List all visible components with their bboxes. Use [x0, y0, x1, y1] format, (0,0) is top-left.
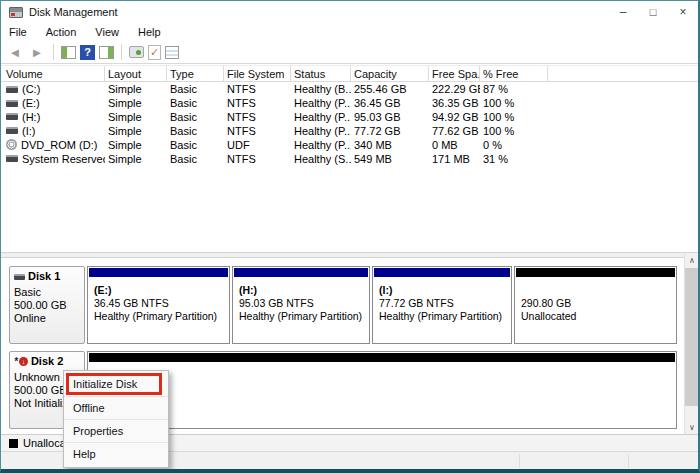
- show-console-tree-icon[interactable]: [61, 46, 76, 59]
- scroll-down-icon[interactable]: ∨: [685, 420, 699, 434]
- volume-pct-free: 100 %: [480, 125, 548, 137]
- partition[interactable]: (I:) 77.72 GB NTFS Healthy (Primary Part…: [372, 266, 512, 344]
- disk-1-size: 500.00 GB: [14, 299, 84, 312]
- context-menu-item[interactable]: Offline: [64, 396, 168, 419]
- volume-capacity: 549 MB: [351, 153, 429, 165]
- partition-label: (I:): [379, 284, 511, 297]
- scroll-up-icon[interactable]: ∧: [685, 253, 699, 267]
- toolbar-separator[interactable]: [121, 44, 122, 60]
- volume-pct-free: 100 %: [480, 111, 548, 123]
- partition-color-bar: [234, 268, 368, 277]
- volume-free-space: 171 MB: [429, 153, 480, 165]
- volume-name: (C:): [22, 83, 40, 95]
- volume-row[interactable]: (E:) Simple Basic NTFS Healthy (P... 36.…: [1, 96, 698, 110]
- volume-file-system: NTFS: [224, 111, 291, 123]
- volume-layout: Simple: [105, 139, 167, 151]
- show-action-pane-icon[interactable]: [99, 46, 114, 59]
- volume-type: Basic: [167, 139, 224, 151]
- disk-not-initialized-icon: [14, 355, 28, 368]
- help-icon[interactable]: [80, 45, 95, 60]
- maximize-icon[interactable]: □: [638, 1, 668, 23]
- volume-capacity: 36.45 GB: [351, 97, 429, 109]
- rescan-disks-icon[interactable]: [148, 45, 161, 60]
- column-header[interactable]: File System: [224, 66, 291, 81]
- volume-row[interactable]: DVD_ROM (D:) Simple Basic UDF Healthy (P…: [1, 138, 698, 152]
- volume-capacity: 255.46 GB: [351, 83, 429, 95]
- forward-icon[interactable]: [28, 44, 46, 61]
- volume-layout: Simple: [105, 83, 167, 95]
- volume-row[interactable]: (I:) Simple Basic NTFS Healthy (P... 77.…: [1, 124, 698, 138]
- volume-type: Basic: [167, 125, 224, 137]
- volume-file-system: NTFS: [224, 125, 291, 137]
- volume-row[interactable]: (H:) Simple Basic NTFS Healthy (P... 95.…: [1, 110, 698, 124]
- volume-list-header: Volume Layout Type File System Status Ca…: [1, 65, 698, 82]
- volume-file-system: NTFS: [224, 153, 291, 165]
- window-title: Disk Management: [29, 6, 118, 18]
- volume-row[interactable]: System Reserved Simple Basic NTFS Health…: [1, 152, 698, 166]
- volume-pct-free: 0 %: [480, 139, 548, 151]
- menu-item[interactable]: Action: [46, 26, 77, 38]
- minimize-icon[interactable]: –: [608, 1, 638, 23]
- partition-size: 290.80 GB: [521, 297, 676, 310]
- disk-context-menu: Initialize Disk Offline Properties Help: [63, 370, 169, 468]
- partition-color-bar: [516, 268, 675, 277]
- context-menu-item-label: Properties: [73, 425, 123, 437]
- scroll-thumb[interactable]: [685, 268, 699, 406]
- partition[interactable]: (E:) 36.45 GB NTFS Healthy (Primary Part…: [87, 266, 230, 344]
- partition-status: Healthy (Primary Partition): [94, 310, 229, 323]
- volume-file-system: NTFS: [224, 97, 291, 109]
- disk-view-icon[interactable]: [129, 46, 144, 58]
- column-header[interactable]: Volume: [5, 66, 105, 81]
- context-menu-item-label: Initialize Disk: [73, 378, 137, 390]
- volume-layout: Simple: [105, 97, 167, 109]
- partition-status: Healthy (Primary Partition): [379, 310, 511, 323]
- volume-name: (H:): [22, 111, 40, 123]
- window-controls: – □ ×: [608, 1, 698, 23]
- volume-status: Healthy (P...: [291, 125, 351, 137]
- volume-type: Basic: [167, 97, 224, 109]
- volume-name: System Reserved: [22, 153, 105, 165]
- disk-2-name: Disk 2: [31, 355, 63, 368]
- context-menu-item[interactable]: Initialize Disk: [64, 373, 168, 396]
- disk-1-partitions: (E:) 36.45 GB NTFS Healthy (Primary Part…: [87, 266, 677, 344]
- volume-status: Healthy (B...: [291, 83, 351, 95]
- partition[interactable]: (H:) 95.03 GB NTFS Healthy (Primary Part…: [232, 266, 370, 344]
- column-header[interactable]: Capacity: [351, 66, 429, 81]
- menu-item[interactable]: Help: [138, 26, 161, 38]
- disk-management-window: Disk Management – □ × File Action View H…: [0, 0, 700, 473]
- volume-name: (I:): [22, 125, 35, 137]
- volume-row[interactable]: (C:) Simple Basic NTFS Healthy (B... 255…: [1, 82, 698, 96]
- volume-type: Basic: [167, 111, 224, 123]
- volume-pct-free: 31 %: [480, 153, 548, 165]
- graph-scrollbar[interactable]: ∧ ∨: [684, 253, 699, 434]
- title-bar: Disk Management – □ ×: [1, 1, 698, 23]
- menu-item[interactable]: File: [9, 26, 27, 38]
- back-icon[interactable]: [6, 44, 24, 61]
- partition-unallocated[interactable]: [87, 351, 677, 429]
- context-menu-item[interactable]: Properties: [64, 419, 168, 442]
- menu-item[interactable]: View: [95, 26, 119, 38]
- volume-capacity: 340 MB: [351, 139, 429, 151]
- volume-icon: [6, 127, 18, 134]
- toolbar-separator[interactable]: [53, 44, 54, 60]
- column-header[interactable]: Layout: [105, 66, 167, 81]
- partition[interactable]: 290.80 GB Unallocated: [514, 266, 677, 344]
- volume-layout: Simple: [105, 153, 167, 165]
- context-menu-item[interactable]: Help: [64, 442, 168, 465]
- disk-1-label[interactable]: Disk 1 Basic 500.00 GB Online: [9, 266, 85, 344]
- menu-bar: File Action View Help: [1, 23, 698, 41]
- close-icon[interactable]: ×: [668, 1, 698, 23]
- column-header[interactable]: Free Spa...: [429, 66, 480, 81]
- volume-list-pane: Volume Layout Type File System Status Ca…: [1, 65, 698, 252]
- partition-label: [521, 284, 676, 297]
- column-header[interactable]: % Free: [480, 66, 548, 81]
- volume-capacity: 77.72 GB: [351, 125, 429, 137]
- partition-color-bar: [89, 353, 675, 362]
- column-header[interactable]: Status: [291, 66, 351, 81]
- disk-1-name: Disk 1: [28, 270, 60, 283]
- volume-type: Basic: [167, 153, 224, 165]
- volume-icon: [6, 86, 18, 93]
- volume-icon: [6, 139, 17, 150]
- properties-icon[interactable]: [165, 46, 179, 59]
- column-header[interactable]: Type: [167, 66, 224, 81]
